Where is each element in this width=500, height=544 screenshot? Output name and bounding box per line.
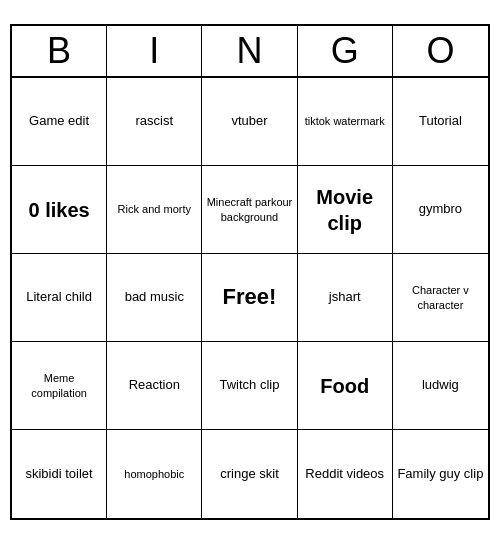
bingo-cell: Character v character (393, 254, 488, 342)
header-letter: B (12, 26, 107, 76)
bingo-cell: Family guy clip (393, 430, 488, 518)
header-letter: I (107, 26, 202, 76)
bingo-cell: Meme compilation (12, 342, 107, 430)
bingo-cell: gymbro (393, 166, 488, 254)
bingo-cell: ludwig (393, 342, 488, 430)
bingo-cell: Reaction (107, 342, 202, 430)
bingo-cell: rascist (107, 78, 202, 166)
bingo-grid: Game editrascistvtubertiktok watermarkTu… (12, 78, 488, 518)
bingo-cell: Minecraft parkour background (202, 166, 297, 254)
bingo-cell: Tutorial (393, 78, 488, 166)
bingo-cell: cringe skit (202, 430, 297, 518)
bingo-cell: Movie clip (298, 166, 393, 254)
bingo-cell: Reddit videos (298, 430, 393, 518)
bingo-cell: Game edit (12, 78, 107, 166)
bingo-cell: jshart (298, 254, 393, 342)
bingo-card: BINGO Game editrascistvtubertiktok water… (10, 24, 490, 520)
bingo-header: BINGO (12, 26, 488, 78)
bingo-cell: tiktok watermark (298, 78, 393, 166)
bingo-cell: Twitch clip (202, 342, 297, 430)
bingo-cell: homophobic (107, 430, 202, 518)
bingo-cell: Free! (202, 254, 297, 342)
header-letter: O (393, 26, 488, 76)
bingo-cell: 0 likes (12, 166, 107, 254)
bingo-cell: Food (298, 342, 393, 430)
bingo-cell: Rick and morty (107, 166, 202, 254)
header-letter: N (202, 26, 297, 76)
bingo-cell: skibidi toilet (12, 430, 107, 518)
bingo-cell: vtuber (202, 78, 297, 166)
header-letter: G (298, 26, 393, 76)
bingo-cell: Literal child (12, 254, 107, 342)
bingo-cell: bad music (107, 254, 202, 342)
